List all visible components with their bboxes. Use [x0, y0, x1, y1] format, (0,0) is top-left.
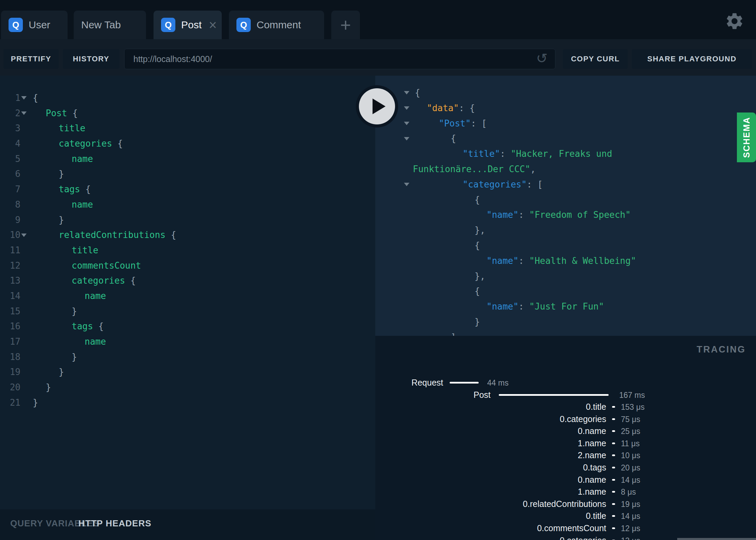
query-line: 9}	[0, 212, 375, 228]
trace-row: Post167 ms	[375, 390, 756, 400]
endpoint-url-input[interactable]: http://localhost:4000/ ↺	[124, 49, 555, 69]
trace-time: 8 μs	[621, 487, 636, 497]
code-token: ]	[451, 332, 456, 336]
code-token: :	[471, 118, 481, 129]
response-line: {	[375, 192, 756, 208]
code-token: {	[415, 88, 420, 98]
code-token: Funktionäre...Der CCC"	[413, 164, 530, 174]
line-number: 21	[0, 395, 20, 410]
code-token: {	[475, 195, 480, 205]
response-line: "name": "Health & Wellbeing"	[375, 253, 756, 269]
query-editor[interactable]: 1{2Post {3title4categories {5name6}7tags…	[0, 76, 375, 509]
code-token: name	[72, 199, 93, 210]
tracing-title: TRACING	[697, 344, 746, 355]
tab-comment[interactable]: QComment	[229, 11, 324, 39]
prettify-button[interactable]: PRETTIFY	[3, 49, 59, 69]
plus-icon: +	[340, 14, 351, 35]
code-token: "Freedom of Speech"	[529, 210, 630, 220]
code-token: title	[72, 245, 98, 255]
horizontal-scrollbar[interactable]	[677, 538, 756, 540]
trace-bar	[450, 382, 479, 384]
settings-gear-icon[interactable]	[725, 11, 744, 31]
code-token: [	[481, 118, 487, 129]
trace-time: 13 μs	[621, 536, 640, 540]
code-token: "Hacker, Freaks und	[511, 149, 612, 159]
execute-play-button[interactable]	[356, 85, 398, 127]
code-token: {	[475, 286, 480, 296]
tab-new-tab[interactable]: New Tab	[74, 11, 146, 39]
fold-arrow-icon[interactable]	[404, 183, 409, 186]
tab-post[interactable]: QPost×	[154, 11, 222, 39]
query-line: 17name	[0, 334, 375, 349]
tab-label: Comment	[257, 19, 301, 31]
code-token: {	[469, 103, 475, 113]
code-token: }	[46, 382, 51, 392]
response-line: "categories": [	[375, 177, 756, 192]
copy-curl-button[interactable]: COPY CURL	[563, 49, 628, 69]
share-playground-button[interactable]: SHARE PLAYGROUND	[632, 49, 752, 69]
history-button[interactable]: HISTORY	[63, 49, 119, 69]
code-token: "data"	[427, 103, 459, 113]
trace-row: 0.title14 μs	[375, 511, 756, 521]
reload-icon[interactable]: ↺	[536, 51, 548, 65]
trace-bar	[612, 527, 615, 529]
code-token: ,	[530, 164, 536, 174]
code-token: categories	[59, 138, 117, 149]
response-line: {	[375, 131, 756, 146]
query-line: 12commentsCount	[0, 258, 375, 273]
query-line: 13categories {	[0, 273, 375, 288]
line-number: 7	[0, 182, 20, 197]
query-badge: Q	[236, 18, 251, 32]
tab-label: User	[29, 19, 50, 31]
code-token: {	[171, 230, 176, 240]
new-tab-button[interactable]: +	[331, 11, 360, 39]
fold-arrow-icon[interactable]	[21, 111, 27, 115]
line-number: 11	[0, 243, 20, 258]
tab-label: New Tab	[81, 19, 121, 31]
trace-time: 153 μs	[621, 402, 645, 412]
code-token: "categories"	[463, 179, 527, 190]
query-line: 5name	[0, 151, 375, 167]
schema-tab[interactable]: SCHEMA	[737, 112, 756, 162]
code-token: {	[98, 321, 104, 331]
trace-bar	[612, 479, 615, 481]
trace-row: Request44 ms	[375, 377, 756, 388]
code-token: }	[475, 317, 480, 327]
fold-arrow-icon[interactable]	[404, 106, 409, 110]
line-number: 14	[0, 288, 20, 304]
trace-label: 0.title	[375, 402, 606, 412]
trace-label: 1.name	[375, 486, 606, 497]
line-number: 10	[0, 227, 20, 243]
code-token: :	[527, 179, 537, 190]
fold-arrow-icon[interactable]	[404, 91, 409, 94]
graphql-playground-window: + QUserNew TabQPost×QComment PRETTIFY HI…	[0, 0, 756, 540]
tab-label: Post	[181, 19, 202, 31]
query-line: 16tags {	[0, 319, 375, 334]
query-line: 15}	[0, 304, 375, 319]
code-token: relatedContributions	[59, 230, 171, 240]
trace-time: 75 μs	[621, 414, 640, 424]
fold-arrow-icon[interactable]	[21, 96, 27, 100]
fold-arrow-icon[interactable]	[404, 122, 409, 125]
play-icon	[373, 99, 386, 114]
code-token: {	[72, 108, 78, 118]
fold-arrow-icon[interactable]	[404, 137, 409, 140]
code-token: "name"	[486, 301, 519, 312]
response-viewer: {"data": {"Post": [{"title": "Hacker, Fr…	[375, 76, 756, 336]
query-badge: Q	[161, 18, 175, 32]
line-number: 13	[0, 273, 20, 288]
tab-user[interactable]: QUser	[1, 11, 68, 39]
close-icon[interactable]: ×	[209, 18, 217, 32]
trace-label: 0.title	[375, 511, 606, 521]
editor-bottom-bar: QUERY VARIABLES HTTP HEADERS	[0, 509, 375, 540]
code-token: :	[459, 103, 469, 113]
endpoint-url-value: http://localhost:4000/	[133, 49, 212, 69]
code-token: }	[59, 367, 64, 377]
line-number: 17	[0, 334, 20, 349]
code-token: "Health & Wellbeing"	[529, 256, 636, 266]
fold-arrow-icon[interactable]	[21, 234, 27, 237]
trace-row: 0.relatedContributions19 μs	[375, 499, 756, 509]
trace-row: 1.name11 μs	[375, 438, 756, 448]
code-token: :	[519, 256, 529, 266]
tab-http-headers[interactable]: HTTP HEADERS	[78, 518, 151, 529]
